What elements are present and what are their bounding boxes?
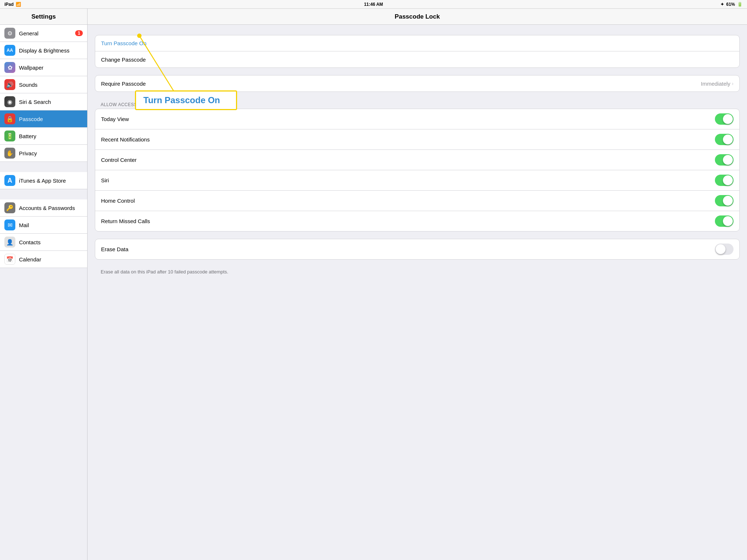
return-missed-calls-label: Return Missed Calls — [101, 218, 374, 224]
sidebar-section-accounts: 🔑 Accounts & Passwords ✉ Mail 👤 Contacts… — [0, 199, 87, 268]
erase-data-footer: Erase all data on this iPad after 10 fai… — [95, 267, 374, 279]
sidebar-item-general[interactable]: ⚙ General 1 — [0, 25, 87, 42]
header: Settings Passcode Lock — [0, 9, 374, 25]
accounts-icon: 🔑 — [4, 202, 15, 213]
sounds-icon: 🔊 — [4, 79, 15, 90]
status-time: 11:46 AM — [364, 2, 374, 7]
turn-passcode-on-row[interactable]: Turn Passcode On — [95, 35, 374, 51]
siri-row[interactable]: Siri — [95, 170, 374, 191]
battery-sidebar-icon: 🔋 — [4, 131, 15, 141]
home-control-row[interactable]: Home Control — [95, 191, 374, 211]
control-center-label: Control Center — [101, 157, 374, 163]
recent-notifications-label: Recent Notifications — [101, 136, 374, 143]
privacy-icon: ✋ — [4, 148, 15, 159]
sidebar-item-battery[interactable]: 🔋 Battery — [0, 128, 87, 145]
recent-notifications-row[interactable]: Recent Notifications — [95, 129, 374, 150]
sidebar-item-wallpaper[interactable]: ✿ Wallpaper — [0, 59, 87, 76]
change-passcode-row[interactable]: Change Passcode — [95, 51, 374, 67]
sidebar-section-store: A iTunes & App Store — [0, 172, 87, 189]
calendar-label: Calendar — [19, 256, 83, 262]
wallpaper-icon: ✿ — [4, 62, 15, 73]
mail-icon: ✉ — [4, 219, 15, 230]
passcode-group-1: Turn Passcode On Change Passcode — [95, 35, 374, 68]
allow-access-group: Today View Recent Notifications Control … — [95, 109, 374, 232]
accounts-label: Accounts & Passwords — [19, 205, 83, 211]
sidebar-item-mail[interactable]: ✉ Mail — [0, 217, 87, 234]
sidebar-gap-1 — [0, 162, 87, 172]
contacts-label: Contacts — [19, 239, 83, 245]
allow-access-header: ALLOW ACCESS WHEN LOC... — [95, 99, 374, 109]
wallpaper-label: Wallpaper — [19, 65, 83, 71]
appstore-label: iTunes & App Store — [19, 178, 83, 184]
today-view-label: Today View — [101, 116, 374, 122]
sounds-label: Sounds — [19, 82, 83, 88]
wifi-icon: 📶 — [16, 2, 21, 7]
sidebar-title: Settings — [31, 13, 56, 20]
battery-label: Battery — [19, 133, 83, 139]
sidebar-item-calendar[interactable]: 📅 Calendar — [0, 251, 87, 268]
erase-data-label: Erase Data — [101, 246, 374, 252]
appstore-icon: A — [4, 175, 15, 186]
mail-label: Mail — [19, 222, 83, 228]
passcode-group-2: Require Passcode Immediately › — [95, 75, 374, 92]
status-left: iPad 📶 — [4, 2, 21, 7]
status-bar: iPad 📶 11:46 AM ✦ 61% 🔋 — [0, 0, 374, 9]
sidebar-section-main: ⚙ General 1 AA Display & Brightness ✿ Wa… — [0, 25, 87, 162]
siri-label: Siri & Search — [19, 99, 83, 105]
sidebar-item-appstore[interactable]: A iTunes & App Store — [0, 172, 87, 189]
today-view-row[interactable]: Today View — [95, 109, 374, 129]
sidebar-gap-2 — [0, 189, 87, 199]
contacts-icon: 👤 — [4, 237, 15, 248]
ipad-label: iPad — [4, 2, 13, 7]
calendar-icon: 📅 — [4, 254, 15, 265]
general-label: General — [19, 30, 75, 36]
sidebar-item-passcode[interactable]: 🔒 Passcode — [0, 110, 87, 128]
siri-row-label: Siri — [101, 177, 374, 183]
siri-icon: ◉ — [4, 96, 15, 107]
sidebar-item-accounts[interactable]: 🔑 Accounts & Passwords — [0, 199, 87, 217]
sidebar-item-sounds[interactable]: 🔊 Sounds — [0, 76, 87, 93]
turn-passcode-on-label: Turn Passcode On — [101, 40, 374, 46]
sidebar-header: Settings — [0, 9, 88, 24]
passcode-label: Passcode — [19, 116, 83, 122]
control-center-row[interactable]: Control Center — [95, 150, 374, 170]
sidebar-item-contacts[interactable]: 👤 Contacts — [0, 234, 87, 251]
privacy-label: Privacy — [19, 150, 83, 156]
change-passcode-label: Change Passcode — [101, 57, 374, 63]
require-passcode-row[interactable]: Require Passcode Immediately › — [95, 75, 374, 92]
general-badge: 1 — [75, 30, 83, 36]
display-icon: AA — [4, 45, 15, 56]
content: ⚙ General 1 AA Display & Brightness ✿ Wa… — [0, 25, 374, 280]
erase-data-row[interactable]: Erase Data — [95, 239, 374, 259]
sidebar: ⚙ General 1 AA Display & Brightness ✿ Wa… — [0, 25, 88, 280]
detail-header: Passcode Lock — [88, 9, 374, 24]
require-passcode-label: Require Passcode — [101, 81, 374, 87]
sidebar-item-display[interactable]: AA Display & Brightness — [0, 42, 87, 59]
app-container: Settings Passcode Lock ⚙ General 1 AA Di… — [0, 9, 374, 280]
display-label: Display & Brightness — [19, 47, 83, 54]
passcode-icon: 🔒 — [4, 113, 15, 124]
sidebar-item-privacy[interactable]: ✋ Privacy — [0, 145, 87, 162]
sidebar-item-siri[interactable]: ◉ Siri & Search — [0, 93, 87, 110]
detail-panel: Turn Passcode On Change Passcode Require… — [88, 25, 374, 280]
return-missed-calls-row[interactable]: Return Missed Calls — [95, 211, 374, 231]
erase-data-group: Erase Data — [95, 239, 374, 260]
general-icon: ⚙ — [4, 28, 15, 39]
home-control-label: Home Control — [101, 198, 374, 204]
